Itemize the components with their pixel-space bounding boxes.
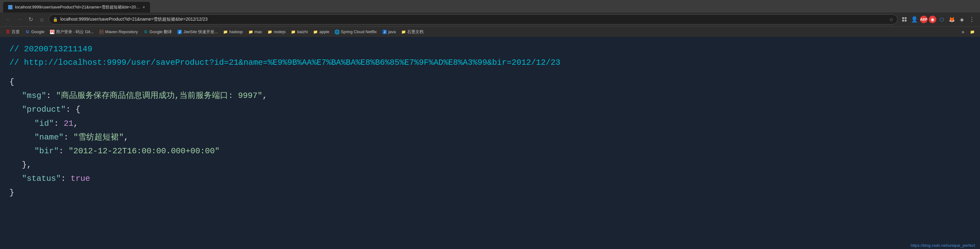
bookmark-baizhi-label: baizhi bbox=[297, 29, 308, 34]
svg-rect-2 bbox=[902, 20, 904, 22]
status-key: "status" bbox=[22, 174, 61, 183]
bir-value: "2012-12-22T16:00:00.000+00:00" bbox=[68, 147, 220, 156]
ext4-icon[interactable]: 🦊 bbox=[948, 15, 956, 24]
gyun-icon: 码 bbox=[50, 30, 54, 34]
google-icon: G bbox=[25, 30, 30, 34]
jeesite-icon: J bbox=[178, 30, 182, 34]
back-icon: ← bbox=[5, 16, 11, 23]
browser-window: localhost:9999/user/saveProduct?id=21&na… bbox=[0, 0, 980, 206]
status-url: https://blog.csdn.net/unique_perfect bbox=[911, 243, 975, 248]
status-bar: https://blog.csdn.net/unique_perfect bbox=[905, 242, 980, 249]
bookmark-extra[interactable]: 📁 bbox=[967, 29, 977, 35]
name-value: "雪纺超短裙" bbox=[73, 132, 124, 142]
bookmark-gyun[interactable]: 码 用户登录 - 码云 Git... bbox=[48, 28, 96, 36]
baidu-icon: 百 bbox=[6, 30, 10, 34]
address-bar[interactable]: 🔒 localhost:9999/user/saveProduct?id=21&… bbox=[49, 14, 897, 24]
bookmark-mac-label: mac bbox=[255, 29, 262, 34]
tab-title: localhost:9999/user/saveProduct?id=21&na… bbox=[15, 5, 140, 10]
ext5-icon[interactable]: ◈ bbox=[958, 15, 966, 24]
bookmark-nodejs[interactable]: 📁 nodejs bbox=[265, 28, 288, 35]
main-content: // 20200713211149 // http://localhost:99… bbox=[0, 37, 980, 206]
bookmark-shimo[interactable]: 📁 石墨文档 bbox=[399, 28, 426, 36]
menu-button[interactable]: ⋮ bbox=[967, 15, 976, 24]
comment-line-1: // 20200713211149 bbox=[10, 43, 970, 55]
bookmark-hadoop[interactable]: 📁 hadoop bbox=[221, 28, 245, 35]
bookmark-google-label: Google bbox=[31, 29, 45, 34]
ext2-icon[interactable]: ◉ bbox=[929, 16, 936, 23]
bookmark-maven[interactable]: M Maven Repository bbox=[97, 28, 141, 35]
bookmarks-bar: 百 百度 G Google 码 用户登录 - 码云 Git... M Maven… bbox=[0, 26, 980, 37]
refresh-button[interactable]: ↻ bbox=[26, 15, 35, 24]
json-bir-line: "bir": "2012-12-22T16:00:00.000+00:00" bbox=[10, 144, 970, 158]
java-icon: J bbox=[382, 30, 387, 34]
bookmark-hadoop-label: hadoop bbox=[229, 29, 243, 34]
json-product-key-line: "product": { bbox=[10, 102, 970, 117]
bookmark-baidu-label: 百度 bbox=[11, 29, 20, 35]
json-open-brace: { bbox=[10, 75, 970, 89]
bookmark-google[interactable]: G Google bbox=[23, 28, 47, 35]
bir-key: "bir" bbox=[34, 147, 59, 156]
active-tab[interactable]: localhost:9999/user/saveProduct?id=21&na… bbox=[3, 2, 150, 13]
bookmark-jeesite[interactable]: J JeeSite 快速开发... bbox=[175, 28, 220, 36]
ext3-icon[interactable]: ⬡ bbox=[937, 15, 946, 24]
msg-key: "msg" bbox=[22, 91, 46, 101]
navigation-bar: ← → ↻ ⌂ 🔒 localhost:9999/user/saveProduc… bbox=[0, 13, 980, 26]
json-name-line: "name": "雪纺超短裙", bbox=[10, 131, 970, 144]
msg-value: "商品服务保存商品信息调用成功,当前服务端口: 9997" bbox=[56, 91, 262, 101]
address-url-text: localhost:9999/user/saveProduct?id=21&na… bbox=[60, 17, 886, 22]
bookmark-gtrans-label: Google 翻译 bbox=[150, 29, 172, 35]
bookmark-apple[interactable]: 📁 apple bbox=[311, 28, 332, 35]
forward-button[interactable]: → bbox=[15, 15, 24, 24]
status-value: true bbox=[71, 174, 90, 183]
bookmark-java-label: java bbox=[388, 29, 396, 34]
extensions-icon[interactable] bbox=[900, 15, 909, 24]
tab-close-button[interactable]: × bbox=[143, 5, 145, 10]
bookmark-baizhi[interactable]: 📁 baizhi bbox=[289, 28, 310, 35]
bookmark-mac[interactable]: 📁 mac bbox=[246, 28, 265, 35]
bookmark-star-icon[interactable]: ☆ bbox=[889, 17, 893, 22]
address-bar-actions: ☆ bbox=[889, 17, 893, 22]
svg-rect-0 bbox=[902, 17, 904, 19]
shimo-folder-icon: 📁 bbox=[401, 30, 406, 34]
bookmarks-more-button[interactable]: » bbox=[959, 28, 967, 36]
product-key: "product" bbox=[22, 105, 65, 114]
name-key: "name" bbox=[34, 132, 64, 142]
home-button[interactable]: ⌂ bbox=[38, 15, 46, 24]
bookmark-apple-label: apple bbox=[320, 29, 329, 34]
bookmark-shimo-label: 石墨文档 bbox=[407, 29, 423, 35]
forward-icon: → bbox=[17, 16, 22, 23]
svg-rect-3 bbox=[905, 20, 907, 22]
json-response: { "msg": "商品服务保存商品信息调用成功,当前服务端口: 9997", … bbox=[10, 75, 970, 200]
abp-icon[interactable]: ABP bbox=[920, 16, 928, 23]
json-msg-line: "msg": "商品服务保存商品信息调用成功,当前服务端口: 9997", bbox=[10, 89, 970, 102]
nodejs-folder-icon: 📁 bbox=[268, 30, 272, 34]
json-status-line: "status": true bbox=[10, 172, 970, 185]
apple-folder-icon: 📁 bbox=[313, 30, 318, 34]
gtrans-icon: G bbox=[143, 30, 148, 34]
json-id-line: "id": 21, bbox=[10, 117, 970, 131]
tab-bar: localhost:9999/user/saveProduct?id=21&na… bbox=[0, 0, 980, 13]
bookmark-maven-label: Maven Repository bbox=[105, 29, 138, 34]
comment-line-2: // http://localhost:9999/user/saveProduc… bbox=[10, 57, 970, 69]
id-key: "id" bbox=[34, 119, 54, 128]
tab-favicon bbox=[8, 5, 13, 10]
profile-icon[interactable]: 👤 bbox=[910, 15, 919, 24]
bookmark-gyun-label: 用户登录 - 码云 Git... bbox=[56, 29, 94, 35]
bookmark-nodejs-label: nodejs bbox=[274, 29, 286, 34]
bookmark-spring-label: Spring Cloud Netflix bbox=[341, 29, 377, 34]
extra-folder-icon: 📁 bbox=[970, 30, 974, 34]
spring-icon: 🌐 bbox=[335, 30, 339, 34]
bookmark-spring[interactable]: 🌐 Spring Cloud Netflix bbox=[332, 28, 379, 35]
id-value: 21 bbox=[64, 119, 73, 128]
baizhi-folder-icon: 📁 bbox=[291, 30, 296, 34]
security-lock-icon: 🔒 bbox=[53, 17, 58, 22]
bookmark-gtrans[interactable]: G Google 翻译 bbox=[141, 28, 174, 36]
refresh-icon: ↻ bbox=[29, 16, 33, 23]
bookmark-jeesite-label: JeeSite 快速开发... bbox=[183, 29, 218, 35]
browser-right-actions: 👤 ABP ◉ ⬡ 🦊 ◈ ⋮ bbox=[900, 15, 976, 24]
json-close-brace: } bbox=[10, 186, 970, 200]
json-product-close-line: }, bbox=[10, 158, 970, 172]
bookmark-baidu[interactable]: 百 百度 bbox=[3, 28, 22, 36]
back-button[interactable]: ← bbox=[4, 15, 13, 24]
bookmark-java[interactable]: J java bbox=[380, 28, 398, 35]
